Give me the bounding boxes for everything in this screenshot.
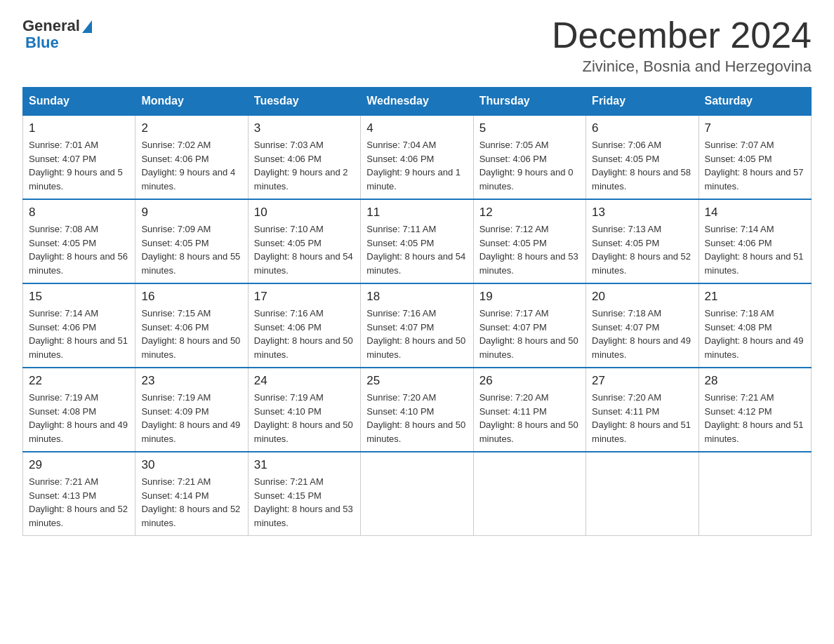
day-number: 31 <box>254 458 355 472</box>
calendar-cell: 12 Sunrise: 7:12 AMSunset: 4:05 PMDaylig… <box>473 199 585 283</box>
calendar-cell: 8 Sunrise: 7:08 AMSunset: 4:05 PMDayligh… <box>23 199 135 283</box>
day-number: 12 <box>479 206 580 220</box>
day-number: 15 <box>29 290 129 304</box>
day-number: 1 <box>29 121 129 135</box>
day-info: Sunrise: 7:18 AMSunset: 4:08 PMDaylight:… <box>705 307 805 361</box>
day-info: Sunrise: 7:20 AMSunset: 4:10 PMDaylight:… <box>366 391 467 445</box>
header-thursday: Thursday <box>473 88 585 116</box>
day-info: Sunrise: 7:14 AMSunset: 4:06 PMDaylight:… <box>29 307 129 361</box>
calendar-cell: 9 Sunrise: 7:09 AMSunset: 4:05 PMDayligh… <box>135 199 248 283</box>
day-number: 19 <box>479 290 580 304</box>
day-number: 25 <box>366 374 467 388</box>
day-number: 30 <box>141 458 241 472</box>
calendar-cell: 18 Sunrise: 7:16 AMSunset: 4:07 PMDaylig… <box>361 283 473 368</box>
day-number: 5 <box>479 121 580 135</box>
calendar-cell <box>473 452 585 536</box>
calendar-week-3: 15 Sunrise: 7:14 AMSunset: 4:06 PMDaylig… <box>23 283 812 368</box>
day-number: 24 <box>254 374 355 388</box>
calendar-week-4: 22 Sunrise: 7:19 AMSunset: 4:08 PMDaylig… <box>23 368 812 452</box>
day-number: 20 <box>592 290 692 304</box>
calendar-cell: 5 Sunrise: 7:05 AMSunset: 4:06 PMDayligh… <box>473 115 585 199</box>
calendar-cell: 25 Sunrise: 7:20 AMSunset: 4:10 PMDaylig… <box>361 368 473 452</box>
day-info: Sunrise: 7:16 AMSunset: 4:07 PMDaylight:… <box>366 307 467 361</box>
day-number: 4 <box>366 121 467 135</box>
logo: General Blue <box>22 17 92 52</box>
calendar-cell: 16 Sunrise: 7:15 AMSunset: 4:06 PMDaylig… <box>135 283 248 368</box>
day-info: Sunrise: 7:13 AMSunset: 4:05 PMDaylight:… <box>592 222 692 277</box>
header-tuesday: Tuesday <box>248 88 360 116</box>
day-number: 13 <box>592 206 692 220</box>
calendar-cell: 10 Sunrise: 7:10 AMSunset: 4:05 PMDaylig… <box>248 199 360 283</box>
calendar-week-1: 1 Sunrise: 7:01 AMSunset: 4:07 PMDayligh… <box>23 115 812 199</box>
header-sunday: Sunday <box>23 88 135 116</box>
day-number: 17 <box>254 290 355 304</box>
day-info: Sunrise: 7:21 AMSunset: 4:14 PMDaylight:… <box>141 475 241 530</box>
calendar-cell <box>586 452 699 536</box>
calendar-cell: 4 Sunrise: 7:04 AMSunset: 4:06 PMDayligh… <box>361 115 473 199</box>
day-info: Sunrise: 7:14 AMSunset: 4:06 PMDaylight:… <box>705 222 805 277</box>
day-info: Sunrise: 7:10 AMSunset: 4:05 PMDaylight:… <box>254 222 355 277</box>
calendar-cell: 1 Sunrise: 7:01 AMSunset: 4:07 PMDayligh… <box>23 115 135 199</box>
day-info: Sunrise: 7:03 AMSunset: 4:06 PMDaylight:… <box>254 138 355 193</box>
day-number: 18 <box>366 290 467 304</box>
calendar-cell: 17 Sunrise: 7:16 AMSunset: 4:06 PMDaylig… <box>248 283 360 368</box>
calendar-cell: 20 Sunrise: 7:18 AMSunset: 4:07 PMDaylig… <box>586 283 699 368</box>
day-number: 21 <box>705 290 805 304</box>
calendar-cell: 6 Sunrise: 7:06 AMSunset: 4:05 PMDayligh… <box>586 115 699 199</box>
day-number: 6 <box>592 121 692 135</box>
logo-general-text: General <box>22 17 80 35</box>
day-info: Sunrise: 7:20 AMSunset: 4:11 PMDaylight:… <box>592 391 692 445</box>
calendar-cell <box>699 452 811 536</box>
day-info: Sunrise: 7:20 AMSunset: 4:11 PMDaylight:… <box>479 391 580 445</box>
day-number: 7 <box>705 121 805 135</box>
day-number: 16 <box>141 290 241 304</box>
calendar-cell: 13 Sunrise: 7:13 AMSunset: 4:05 PMDaylig… <box>586 199 699 283</box>
day-info: Sunrise: 7:07 AMSunset: 4:05 PMDaylight:… <box>705 138 805 193</box>
day-number: 14 <box>705 206 805 220</box>
day-info: Sunrise: 7:04 AMSunset: 4:06 PMDaylight:… <box>366 138 467 193</box>
day-info: Sunrise: 7:09 AMSunset: 4:05 PMDaylight:… <box>141 222 241 277</box>
header-friday: Friday <box>586 88 699 116</box>
day-info: Sunrise: 7:15 AMSunset: 4:06 PMDaylight:… <box>141 307 241 361</box>
day-info: Sunrise: 7:17 AMSunset: 4:07 PMDaylight:… <box>479 307 580 361</box>
header-monday: Monday <box>135 88 248 116</box>
day-number: 10 <box>254 206 355 220</box>
calendar-header-row: SundayMondayTuesdayWednesdayThursdayFrid… <box>23 88 812 116</box>
calendar-cell: 7 Sunrise: 7:07 AMSunset: 4:05 PMDayligh… <box>699 115 811 199</box>
calendar-cell: 31 Sunrise: 7:21 AMSunset: 4:15 PMDaylig… <box>248 452 360 536</box>
calendar-week-2: 8 Sunrise: 7:08 AMSunset: 4:05 PMDayligh… <box>23 199 812 283</box>
calendar-cell: 26 Sunrise: 7:20 AMSunset: 4:11 PMDaylig… <box>473 368 585 452</box>
calendar-cell: 15 Sunrise: 7:14 AMSunset: 4:06 PMDaylig… <box>23 283 135 368</box>
location-subtitle: Zivinice, Bosnia and Herzegovina <box>552 58 812 76</box>
calendar-week-5: 29 Sunrise: 7:21 AMSunset: 4:13 PMDaylig… <box>23 452 812 536</box>
day-number: 2 <box>141 121 241 135</box>
day-number: 3 <box>254 121 355 135</box>
logo-triangle-icon <box>82 20 92 33</box>
day-info: Sunrise: 7:02 AMSunset: 4:06 PMDaylight:… <box>141 138 241 193</box>
day-info: Sunrise: 7:12 AMSunset: 4:05 PMDaylight:… <box>479 222 580 277</box>
day-info: Sunrise: 7:21 AMSunset: 4:13 PMDaylight:… <box>29 475 129 530</box>
calendar-cell <box>361 452 473 536</box>
day-number: 28 <box>705 374 805 388</box>
month-title: December 2024 <box>552 17 812 53</box>
day-number: 26 <box>479 374 580 388</box>
day-info: Sunrise: 7:16 AMSunset: 4:06 PMDaylight:… <box>254 307 355 361</box>
calendar-cell: 27 Sunrise: 7:20 AMSunset: 4:11 PMDaylig… <box>586 368 699 452</box>
day-number: 8 <box>29 206 129 220</box>
calendar-cell: 28 Sunrise: 7:21 AMSunset: 4:12 PMDaylig… <box>699 368 811 452</box>
calendar-cell: 14 Sunrise: 7:14 AMSunset: 4:06 PMDaylig… <box>699 199 811 283</box>
header-wednesday: Wednesday <box>361 88 473 116</box>
calendar-cell: 11 Sunrise: 7:11 AMSunset: 4:05 PMDaylig… <box>361 199 473 283</box>
day-info: Sunrise: 7:19 AMSunset: 4:10 PMDaylight:… <box>254 391 355 445</box>
calendar-cell: 22 Sunrise: 7:19 AMSunset: 4:08 PMDaylig… <box>23 368 135 452</box>
header-saturday: Saturday <box>699 88 811 116</box>
day-info: Sunrise: 7:06 AMSunset: 4:05 PMDaylight:… <box>592 138 692 193</box>
page-header: General Blue December 2024 Zivinice, Bos… <box>22 17 812 76</box>
calendar-cell: 21 Sunrise: 7:18 AMSunset: 4:08 PMDaylig… <box>699 283 811 368</box>
day-info: Sunrise: 7:21 AMSunset: 4:12 PMDaylight:… <box>705 391 805 445</box>
day-info: Sunrise: 7:05 AMSunset: 4:06 PMDaylight:… <box>479 138 580 193</box>
calendar-cell: 2 Sunrise: 7:02 AMSunset: 4:06 PMDayligh… <box>135 115 248 199</box>
day-number: 29 <box>29 458 129 472</box>
day-number: 11 <box>366 206 467 220</box>
logo-blue-text: Blue <box>22 34 59 52</box>
